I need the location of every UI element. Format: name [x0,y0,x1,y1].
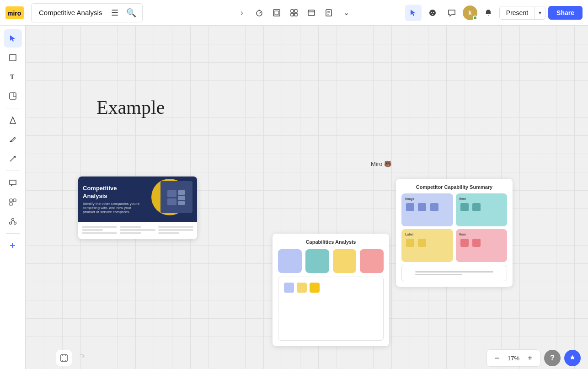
bottom-frame-tool[interactable] [56,350,72,366]
svg-rect-11 [308,10,315,16]
zoom-in-btn[interactable]: + [524,352,536,364]
fit-tool-btn[interactable] [286,5,302,21]
timer-tool-btn[interactable] [251,5,267,21]
help-btn[interactable]: ? [544,350,561,366]
comp-cap-title: Competitor Capability Summary [401,184,507,190]
card-footer [78,222,197,239]
small-sticky-blue[interactable] [284,283,294,293]
grid-cell-label: Item [460,233,504,236]
grid-cell-pink[interactable]: Item [456,229,508,262]
grid-cell-yellow[interactable]: Label [401,229,453,262]
arrow-tool[interactable] [4,150,22,168]
canvas[interactable]: Example Miro 🐻 CompetitiveAnalysis Ident… [26,26,588,369]
svg-marker-17 [411,10,416,16]
grid-sticky[interactable] [472,203,481,211]
search-icon[interactable]: 🔍 [124,5,139,20]
sticky-pink[interactable] [360,249,384,273]
svg-rect-19 [10,54,16,61]
frame-tool[interactable] [4,48,22,67]
comment-tool[interactable] [4,174,22,192]
svg-rect-37 [167,198,176,205]
footer-line [82,229,103,231]
present-label[interactable]: Present [500,6,535,19]
svg-rect-36 [167,190,176,197]
grid-cell-label: Image [405,197,449,200]
notes-tool-btn[interactable] [321,5,337,21]
example-text: Example [96,96,165,118]
reaction-btn[interactable] [424,5,441,21]
svg-marker-18 [10,35,15,42]
grid-sticky[interactable] [406,203,414,211]
add-tool[interactable]: + [4,236,22,255]
diagram-tool[interactable] [4,212,22,230]
notification-btn[interactable] [480,5,497,21]
grid-sticky[interactable] [460,203,469,211]
card-tool-btn[interactable] [303,5,320,21]
card-inner-image [160,181,192,213]
small-sticky-yellow2[interactable] [310,283,320,293]
grid-sticky[interactable] [406,239,414,247]
zoom-level[interactable]: 17% [505,355,522,362]
select-tool[interactable] [4,29,22,48]
sticky-yellow[interactable] [333,249,357,273]
grid-sticky[interactable] [418,203,426,211]
cap-bottom-area[interactable] [278,277,384,341]
competitive-analysis-card[interactable]: CompetitiveAnalysis Identify the other c… [78,176,197,239]
svg-rect-6 [275,11,278,15]
frame2-tool[interactable] [4,193,22,211]
magic-btn[interactable] [564,350,581,366]
topbar: miro Competitive Analysis ☰ 🔍 › ⌄ [0,0,588,26]
grid-sticky[interactable] [430,203,438,211]
footer-col-1 [82,226,117,235]
comment-btn[interactable] [444,5,460,21]
footer-line [82,226,117,228]
grid-cell-blue[interactable]: Image [401,193,453,226]
more-tool-btn[interactable]: ⌄ [338,5,354,21]
footer-col-2 [120,226,155,235]
card-subtitle: Identify the other companies you'recompe… [83,202,139,214]
svg-rect-39 [178,196,185,200]
menu-icon[interactable]: ☰ [107,5,122,20]
zoom-out-btn[interactable]: − [491,352,503,364]
board-title-section: Competitive Analysis ☰ 🔍 [31,3,143,22]
svg-line-4 [259,12,261,13]
sticky-tool[interactable] [4,87,22,105]
expand-tool-btn[interactable]: › [234,5,250,21]
text-tool[interactable]: T [4,68,22,86]
grid-cell-teal[interactable]: Item [456,193,508,226]
sidebar-separator-3 [6,233,20,234]
grid-sticky[interactable] [418,239,426,247]
present-caret[interactable]: ▾ [535,7,545,19]
sidebar-separator [6,108,20,108]
pen-tool[interactable] [4,130,22,149]
svg-line-34 [11,221,13,222]
svg-rect-28 [10,199,12,202]
capabilities-analysis-card[interactable]: Capabilities Analysis [273,234,389,346]
shape-tool[interactable] [4,111,22,129]
svg-rect-5 [273,10,280,16]
frames-tool-btn[interactable] [268,5,285,21]
cap-card-title: Capabilities Analysis [278,239,384,245]
sticky-teal[interactable] [305,249,329,273]
zoom-controls: − 17% + [486,349,540,367]
comp-cap-grid: Image Item Label Item [401,193,507,262]
cursor-mode-btn[interactable] [405,5,422,21]
small-sticky-yellow[interactable] [297,283,307,293]
sticky-purple[interactable] [278,249,302,273]
footer-line [158,229,193,231]
center-toolbar: › ⌄ [234,5,354,21]
cap-bottom-stickies [282,281,380,294]
grid-sticky[interactable] [472,239,481,247]
sidebar-separator-2 [6,171,20,171]
footer-line [120,226,141,228]
share-btn[interactable]: Share [548,6,583,20]
user-avatar[interactable]: k [463,5,477,20]
miro-logo[interactable]: miro [5,6,24,19]
present-btn[interactable]: Present ▾ [499,6,545,20]
left-sidebar: T + [0,26,26,369]
svg-rect-41 [61,355,67,361]
competitor-capability-card[interactable]: Competitor Capability Summary Image Item… [396,179,513,287]
grid-sticky[interactable] [460,239,469,247]
avatar-online-dot [473,16,477,20]
board-title[interactable]: Competitive Analysis [35,7,106,18]
